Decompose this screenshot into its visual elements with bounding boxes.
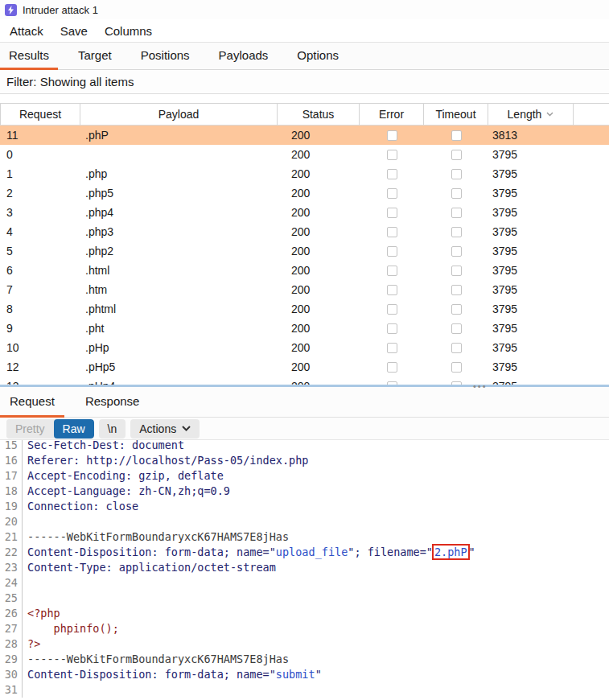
results-table-body: 11.phP2003813020037951.php20037952.php52…: [0, 126, 609, 385]
panel-splitter[interactable]: •••: [0, 385, 609, 387]
table-row[interactable]: 9.pht2003795: [0, 319, 609, 338]
actions-button[interactable]: Actions: [130, 419, 200, 439]
error-checkbox[interactable]: [387, 169, 397, 179]
error-checkbox[interactable]: [387, 381, 397, 385]
timeout-checkbox[interactable]: [451, 130, 462, 141]
timeout-checkbox[interactable]: [451, 362, 462, 373]
status-cell: 200: [278, 261, 360, 280]
tab-target[interactable]: Target: [69, 43, 121, 70]
error-checkbox[interactable]: [387, 362, 397, 373]
timeout-checkbox[interactable]: [451, 188, 462, 199]
line-number: 16: [0, 453, 23, 468]
tab-options[interactable]: Options: [288, 43, 348, 70]
error-checkbox[interactable]: [387, 343, 397, 353]
error-cell: [360, 319, 424, 338]
tab-payloads[interactable]: Payloads: [210, 43, 278, 70]
column-header-status[interactable]: Status: [278, 104, 360, 125]
timeout-checkbox[interactable]: [451, 227, 462, 237]
table-row[interactable]: 11.phP2003813: [0, 126, 609, 145]
payload-cell: .phP: [80, 126, 278, 145]
timeout-checkbox[interactable]: [451, 343, 462, 353]
error-checkbox[interactable]: [387, 246, 397, 257]
line-number: 24: [0, 575, 23, 591]
pretty-button[interactable]: Pretty: [6, 419, 54, 439]
line-number: 25: [0, 591, 23, 606]
column-header-length[interactable]: Length: [488, 104, 574, 125]
error-checkbox[interactable]: [387, 208, 397, 218]
error-checkbox[interactable]: [387, 323, 397, 334]
code-segment: <?php: [27, 607, 60, 620]
table-row[interactable]: 2.php52003795: [0, 183, 609, 203]
table-row[interactable]: 12.pHp52003795: [0, 357, 609, 377]
timeout-checkbox[interactable]: [451, 169, 462, 179]
editor-line: 24: [0, 575, 609, 591]
timeout-checkbox[interactable]: [451, 285, 462, 295]
timeout-checkbox[interactable]: [451, 304, 462, 315]
table-row[interactable]: 6.html2003795: [0, 261, 609, 280]
table-row[interactable]: 3.php42003795: [0, 203, 609, 222]
error-checkbox[interactable]: [387, 150, 397, 160]
timeout-checkbox[interactable]: [451, 208, 462, 218]
message-tab-request[interactable]: Request: [0, 387, 64, 418]
timeout-checkbox[interactable]: [451, 150, 462, 160]
code-segment: Content-Disposition: form-data; name=": [27, 668, 276, 681]
table-row[interactable]: 8.phtml2003795: [0, 299, 609, 319]
line-content: ------WebKitFormBoundaryxcK67HAMS7E8jHas: [23, 529, 289, 545]
timeout-cell: [424, 164, 488, 183]
filter-bar[interactable]: Filter: Showing all items: [0, 70, 609, 94]
length-cell: 3795: [488, 145, 574, 164]
line-number: 22: [0, 545, 23, 560]
table-row[interactable]: 4.php32003795: [0, 222, 609, 241]
error-checkbox[interactable]: [387, 130, 397, 141]
code-segment: "; filename=": [348, 546, 433, 558]
editor-line: 28?>: [0, 636, 609, 652]
column-header-payload[interactable]: Payload: [80, 104, 278, 125]
filter-text: Filter: Showing all items: [6, 75, 134, 89]
error-checkbox[interactable]: [387, 266, 397, 276]
table-row[interactable]: 13.pHp42003795: [0, 377, 609, 385]
spacer: [0, 94, 609, 103]
request-cell: 3: [0, 203, 80, 222]
table-row[interactable]: 5.php22003795: [0, 241, 609, 261]
request-cell: 12: [0, 357, 80, 377]
timeout-checkbox[interactable]: [451, 323, 462, 334]
table-row[interactable]: 1.php2003795: [0, 164, 609, 183]
length-cell: 3795: [488, 280, 574, 299]
line-content: [23, 591, 27, 606]
column-header-error[interactable]: Error: [360, 104, 424, 125]
error-checkbox[interactable]: [387, 188, 397, 199]
raw-button[interactable]: Raw: [54, 419, 94, 439]
status-cell: 200: [278, 145, 360, 164]
table-row[interactable]: 02003795: [0, 145, 609, 164]
editor-line: 21------WebKitFormBoundaryxcK67HAMS7E8jH…: [0, 529, 609, 545]
timeout-cell: [424, 319, 488, 338]
tab-positions[interactable]: Positions: [132, 43, 199, 70]
error-cell: [360, 126, 424, 145]
table-row[interactable]: 10.pHp2003795: [0, 338, 609, 357]
column-header-timeout[interactable]: Timeout: [424, 104, 488, 125]
menu-item-columns[interactable]: Columns: [98, 23, 158, 39]
table-row[interactable]: 7.htm2003795: [0, 280, 609, 299]
timeout-checkbox[interactable]: [451, 381, 462, 385]
code-segment: ------WebKitFormBoundaryxcK67HAMS7E8jHas: [27, 530, 289, 543]
timeout-checkbox[interactable]: [451, 246, 462, 257]
error-checkbox[interactable]: [387, 227, 397, 237]
editor-line: 18Accept-Language: zh-CN,zh;q=0.9: [0, 484, 609, 499]
show-newlines-button[interactable]: \n: [99, 419, 126, 439]
column-header-request[interactable]: Request: [0, 104, 80, 125]
payload-cell: .php: [80, 164, 278, 183]
code-segment: Sec-Fetch-Dest: document: [27, 439, 184, 451]
timeout-checkbox[interactable]: [451, 266, 462, 276]
code-segment: ?>: [27, 637, 40, 650]
request-cell: 4: [0, 222, 80, 241]
tab-results[interactable]: Results: [0, 43, 58, 70]
line-number: 18: [0, 484, 23, 499]
menu-item-attack[interactable]: Attack: [3, 23, 50, 39]
payload-cell: [80, 145, 278, 164]
request-editor[interactable]: 15Sec-Fetch-Dest: document16Referer: htt…: [0, 439, 609, 700]
error-cell: [360, 183, 424, 203]
error-checkbox[interactable]: [387, 285, 397, 295]
menu-item-save[interactable]: Save: [54, 23, 94, 39]
error-checkbox[interactable]: [387, 304, 397, 315]
message-tab-response[interactable]: Response: [76, 387, 150, 418]
